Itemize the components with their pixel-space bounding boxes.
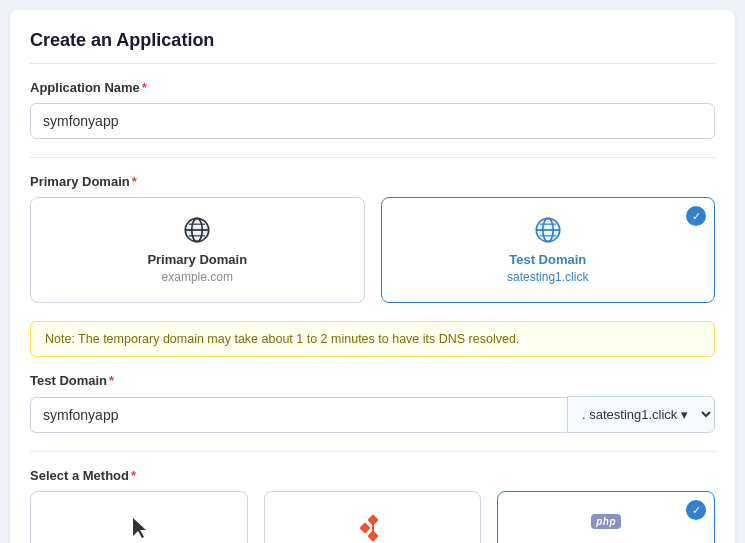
test-domain-check: ✓ xyxy=(686,206,706,226)
test-domain-row: . satesting1.click ▾ xyxy=(30,396,715,433)
create-application-container: Create an Application Application Name* … xyxy=(10,10,735,543)
primary-domain-group: Primary Domain* Primary Domain example.c… xyxy=(30,174,715,303)
application-name-input[interactable] xyxy=(30,103,715,139)
method-options: One Click Git ✓ php Custom xyxy=(30,491,715,543)
test-domain-label: Test Domain* xyxy=(30,373,715,388)
method-card-git[interactable]: Git xyxy=(264,491,482,543)
method-card-one-click[interactable]: One Click xyxy=(30,491,248,543)
application-name-group: Application Name* xyxy=(30,80,715,139)
select-method-label: Select a Method* xyxy=(30,468,715,483)
svg-rect-12 xyxy=(367,530,378,541)
svg-rect-11 xyxy=(367,514,378,525)
primary-domain-card-subtitle: example.com xyxy=(43,270,352,284)
domain-options: Primary Domain example.com ✓ Test Domain… xyxy=(30,197,715,303)
method-card-custom[interactable]: ✓ php Custom xyxy=(497,491,715,543)
php-icon-wrapper: php xyxy=(510,514,702,537)
application-name-label: Application Name* xyxy=(30,80,715,95)
git-icon xyxy=(359,514,387,542)
page-title: Create an Application xyxy=(30,30,715,64)
primary-domain-label: Primary Domain* xyxy=(30,174,715,189)
select-method-group: Select a Method* One Click Git xyxy=(30,468,715,543)
test-domain-card-subtitle: satesting1.click xyxy=(394,270,703,284)
test-domain-group: Test Domain* . satesting1.click ▾ xyxy=(30,373,715,433)
divider-2 xyxy=(30,451,715,452)
globe-icon-test xyxy=(534,216,562,244)
cursor-icon xyxy=(125,514,153,542)
globe-icon-primary xyxy=(183,216,211,244)
custom-check: ✓ xyxy=(686,500,706,520)
test-domain-input[interactable] xyxy=(30,397,567,433)
svg-marker-10 xyxy=(133,518,146,538)
divider-1 xyxy=(30,157,715,158)
php-badge: php xyxy=(591,514,621,529)
primary-domain-card-title: Primary Domain xyxy=(43,252,352,267)
test-domain-card-title: Test Domain xyxy=(394,252,703,267)
domain-card-primary[interactable]: Primary Domain example.com xyxy=(30,197,365,303)
domain-card-test[interactable]: ✓ Test Domain satesting1.click xyxy=(381,197,716,303)
dns-note: Note: The temporary domain may take abou… xyxy=(30,321,715,357)
test-domain-select[interactable]: . satesting1.click ▾ xyxy=(567,396,715,433)
